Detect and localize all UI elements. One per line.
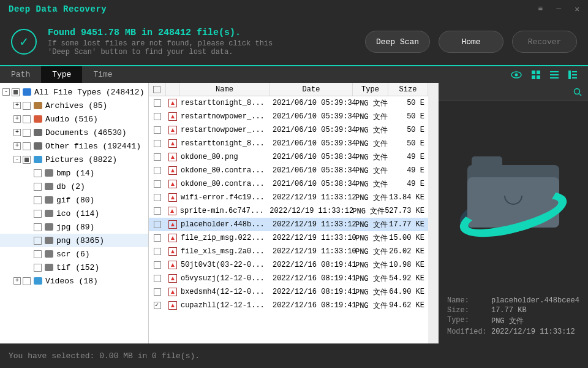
search-input[interactable] <box>445 87 573 96</box>
tree-item[interactable]: +Other files (192441) <box>0 139 148 153</box>
row-checkbox[interactable] <box>154 234 161 242</box>
row-checkbox[interactable] <box>154 261 161 269</box>
recover-button[interactable]: Recover <box>512 31 577 53</box>
file-row[interactable]: restarttonight_8...2021/06/10 05:39:34PN… <box>149 137 428 150</box>
expand-icon[interactable]: + <box>13 277 21 285</box>
expand-icon[interactable]: + <box>13 129 21 136</box>
tree-item[interactable]: png (8365) <box>0 234 148 247</box>
expand-icon[interactable]: + <box>13 142 21 150</box>
row-checkbox[interactable] <box>154 113 161 120</box>
tab-type[interactable]: Type <box>41 66 82 83</box>
file-row[interactable]: restartnowpower_...2021/06/10 05:39:34PN… <box>149 123 428 137</box>
tree-item[interactable]: ico (114) <box>0 207 148 220</box>
tree-checkbox[interactable] <box>23 142 31 150</box>
home-button[interactable]: Home <box>439 31 503 53</box>
tree-item[interactable]: +Documents (46530) <box>0 126 148 139</box>
tree-item[interactable]: gif (80) <box>0 193 148 207</box>
col-checkbox[interactable] <box>149 83 166 96</box>
file-row[interactable]: restarttonight_8...2021/06/10 05:39:34PN… <box>149 96 428 110</box>
col-size[interactable]: Size <box>388 83 428 96</box>
file-row[interactable]: 50jt0v3t(03-22-0...2022/12/16 08:19:41PN… <box>149 258 428 272</box>
tree-checkbox[interactable] <box>34 183 42 191</box>
tree-item[interactable]: +Audio (516) <box>0 112 148 126</box>
tree-checkbox[interactable] <box>23 129 31 137</box>
row-checkbox[interactable] <box>154 194 161 201</box>
file-row[interactable]: wifi-error.f4c19...2022/12/19 11:33:12PN… <box>149 191 428 204</box>
expand-icon[interactable]: + <box>13 115 21 123</box>
file-row[interactable]: okdone_80.contra...2021/06/10 05:38:34PN… <box>149 164 428 177</box>
tab-time[interactable]: Time <box>82 66 123 83</box>
tree-checkbox[interactable] <box>34 169 42 177</box>
row-checkbox[interactable] <box>154 126 161 134</box>
eye-icon[interactable] <box>511 71 522 79</box>
file-type: PNG 文件 <box>353 98 388 109</box>
file-row[interactable]: cupazhll(12-12-1...2022/12/16 08:19:41PN… <box>149 299 428 312</box>
row-checkbox[interactable] <box>154 275 161 282</box>
file-row[interactable]: file_zip_msg.022...2022/12/19 11:33:10PN… <box>149 231 428 245</box>
scrollbar[interactable] <box>428 83 439 343</box>
col-date[interactable]: Date <box>270 83 353 96</box>
list-icon[interactable] <box>550 71 559 79</box>
file-row[interactable]: placeholder.448b...2022/12/19 11:33:12PN… <box>149 218 428 231</box>
sidebar-tree[interactable]: -All File Types (248412)+Archives (85)+A… <box>0 83 148 343</box>
grid-icon[interactable] <box>532 71 540 79</box>
file-row[interactable]: restartnowpower_...2021/06/10 05:39:34PN… <box>149 110 428 123</box>
tree-checkbox[interactable] <box>23 102 31 110</box>
row-checkbox[interactable] <box>154 302 161 309</box>
row-checkbox[interactable] <box>154 140 161 147</box>
col-type[interactable]: Type <box>353 83 388 96</box>
tree-item[interactable]: -All File Types (248412) <box>0 85 148 99</box>
file-rows[interactable]: restarttonight_8...2021/06/10 05:39:34PN… <box>149 96 428 343</box>
png-file-icon <box>168 288 177 296</box>
file-type: PNG 文件 <box>353 274 388 284</box>
row-checkbox[interactable] <box>154 288 161 296</box>
tree-item[interactable]: scr (6) <box>0 247 148 261</box>
tree-checkbox[interactable] <box>34 237 42 245</box>
collapse-icon[interactable]: - <box>2 88 10 96</box>
file-row[interactable]: sprite-min.6c747...2022/12/19 11:33:12PN… <box>149 204 428 218</box>
row-checkbox[interactable] <box>154 248 161 255</box>
tree-item[interactable]: +Archives (85) <box>0 99 148 112</box>
file-date: 2022/12/19 11:33:10 <box>270 247 353 256</box>
tree-checkbox[interactable] <box>12 88 20 96</box>
tab-path[interactable]: Path <box>0 66 41 83</box>
tree-checkbox[interactable] <box>34 223 42 231</box>
tree-item[interactable]: +Videos (18) <box>0 274 148 288</box>
tree-checkbox[interactable] <box>34 264 42 272</box>
deep-scan-button[interactable]: Deep Scan <box>365 31 430 53</box>
tree-checkbox[interactable] <box>34 210 42 218</box>
row-checkbox[interactable] <box>154 153 161 161</box>
tree-checkbox[interactable] <box>34 196 42 204</box>
tree-item[interactable]: jpg (89) <box>0 220 148 234</box>
minimize-icon[interactable]: — <box>556 4 561 14</box>
close-icon[interactable]: ✕ <box>575 4 579 14</box>
tree-label: jpg (89) <box>56 223 94 232</box>
png-file-icon <box>168 220 177 229</box>
file-row[interactable]: o5vysuzj(12-12-0...2022/12/16 08:19:41PN… <box>149 272 428 285</box>
row-checkbox[interactable] <box>154 207 161 215</box>
file-row[interactable]: file_xls_msg.2a0...2022/12/19 11:33:10PN… <box>149 245 428 258</box>
expand-icon[interactable]: + <box>13 102 21 109</box>
search-icon[interactable] <box>573 88 582 96</box>
row-checkbox[interactable] <box>154 221 161 228</box>
tree-item[interactable]: -Pictures (8822) <box>0 153 148 166</box>
file-metadata: Name:placeholder.448bcee4 Size:17.77 KB … <box>439 290 588 343</box>
col-name[interactable]: Name <box>179 83 270 96</box>
tree-checkbox[interactable] <box>23 156 31 164</box>
row-checkbox[interactable] <box>154 99 161 107</box>
tree-item[interactable]: db (2) <box>0 180 148 193</box>
file-row[interactable]: okdone_80.png2021/06/10 05:38:34PNG 文件49… <box>149 150 428 164</box>
tree-item[interactable]: bmp (14) <box>0 166 148 180</box>
collapse-icon[interactable]: - <box>13 156 21 163</box>
row-checkbox[interactable] <box>154 180 161 188</box>
tree-checkbox[interactable] <box>34 250 42 258</box>
row-checkbox[interactable] <box>154 167 161 174</box>
tree-checkbox[interactable] <box>23 115 31 123</box>
detail-icon[interactable] <box>568 71 577 79</box>
tree-item[interactable]: tif (152) <box>0 261 148 274</box>
file-list: Name Date Type Size restarttonight_8...2… <box>148 83 428 343</box>
file-row[interactable]: bxedsmh4(12-12-0...2022/12/16 08:19:41PN… <box>149 285 428 299</box>
tree-checkbox[interactable] <box>23 277 31 285</box>
file-row[interactable]: okdone_80.contra...2021/06/10 05:38:34PN… <box>149 177 428 191</box>
menu-icon[interactable]: ≡ <box>538 4 543 14</box>
